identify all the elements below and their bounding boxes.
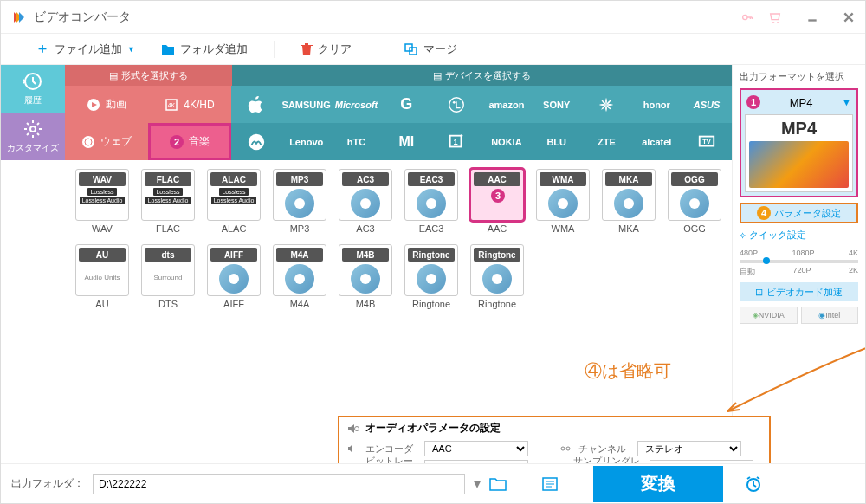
quick-settings-title: ⟡クイック設定 <box>740 229 858 242</box>
param-settings-button[interactable]: 4 パラメータ設定 <box>740 203 858 223</box>
format-eac3[interactable]: EAC3EAC3 <box>401 169 462 234</box>
minimize-icon[interactable] <box>806 11 818 23</box>
encoder-select[interactable]: AAC <box>424 441 528 456</box>
annotation-text: ④は省略可 <box>585 359 671 383</box>
brand-row-1: SAMSUNG Microsoft G amazon SONY honor AS… <box>231 86 732 123</box>
nvidia-chip: ◈NVIDIA <box>740 307 798 324</box>
step-4-badge: 4 <box>757 206 771 220</box>
svg-point-6 <box>82 136 94 148</box>
bitrate-select[interactable]: 256 kbps <box>424 460 528 463</box>
brand-tv[interactable]: TV <box>682 123 732 160</box>
brand-microsoft[interactable]: Microsoft <box>332 86 382 123</box>
format-flac[interactable]: FLACLosslessLossless AudioFLAC <box>138 169 198 234</box>
brand-lg[interactable] <box>431 86 481 123</box>
format-ringtone[interactable]: RingtoneRingtone <box>401 244 462 309</box>
brand-honor[interactable]: honor <box>631 86 682 123</box>
format-dts[interactable]: dtsSurroundDTS <box>138 244 198 309</box>
device-header: ▤デバイスを選択する <box>232 65 732 86</box>
svg-point-18 <box>561 447 565 450</box>
step-1-badge: 1 <box>746 95 760 109</box>
tab-video[interactable]: 動画 <box>65 86 148 123</box>
samplerate-select[interactable]: 44100 Hz <box>650 460 753 463</box>
app-title: ビデオコンバータ <box>34 10 740 25</box>
brand-sony[interactable]: SONY <box>532 86 582 123</box>
titlebar: ビデオコンバータ <box>1 1 865 34</box>
app-logo-icon <box>11 10 27 25</box>
format-m4b[interactable]: M4BM4B <box>335 244 396 309</box>
file-list-icon[interactable] <box>541 475 559 493</box>
merge-button[interactable]: マージ <box>404 42 457 57</box>
svg-point-19 <box>566 447 570 450</box>
sidebar-customize[interactable]: カスタマイズ <box>1 113 65 160</box>
format-alac[interactable]: ALACLosslessLossless AudioALAC <box>204 169 264 234</box>
formats-grid: WAVLosslessLossless AudioWAVFLACLossless… <box>65 160 732 318</box>
convert-button[interactable]: 変換 <box>593 466 723 502</box>
brand-blu[interactable]: BLU <box>532 123 582 160</box>
brand-oneplus[interactable]: 1 <box>431 123 481 160</box>
brand-lenovo[interactable]: Lenovo <box>281 123 332 160</box>
history-icon <box>23 71 43 92</box>
brand-amazon[interactable]: amazon <box>481 86 532 123</box>
svg-text:TV: TV <box>702 137 710 145</box>
quality-slider[interactable] <box>740 260 858 263</box>
add-file-button[interactable]: ＋ファイル追加▼ <box>36 40 135 58</box>
open-folder-icon[interactable] <box>489 475 507 493</box>
format-m4a[interactable]: M4AM4A <box>269 244 330 309</box>
add-folder-button[interactable]: フォルダ追加 <box>161 42 248 57</box>
tab-4k[interactable]: 4K4K/HD <box>148 86 231 123</box>
svg-point-4 <box>30 126 36 132</box>
svg-text:4K: 4K <box>168 102 176 108</box>
format-au[interactable]: AUAudio UnitsAU <box>72 244 132 309</box>
alarm-icon[interactable] <box>744 475 763 494</box>
tab-music[interactable]: 2音楽 <box>148 123 231 160</box>
format-wav[interactable]: WAVLosslessLossless AudioWAV <box>72 169 132 234</box>
edit-icon[interactable] <box>535 462 547 463</box>
brand-moto[interactable] <box>231 123 281 160</box>
format-mp3[interactable]: MP3MP3 <box>269 169 330 234</box>
format-aac[interactable]: AAC3AAC <box>467 169 527 234</box>
gear-icon <box>23 119 43 139</box>
brand-samsung[interactable]: SAMSUNG <box>281 86 332 123</box>
output-dropdown-icon[interactable]: ▾ <box>474 475 481 492</box>
brand-alcatel[interactable]: alcatel <box>631 123 682 160</box>
brand-apple[interactable] <box>231 86 281 123</box>
output-format-selector[interactable]: 1 MP4 ▼ MP4 <box>740 88 858 197</box>
toolbar: ＋ファイル追加▼ フォルダ追加 クリア マージ <box>1 34 865 65</box>
tab-web[interactable]: ウェブ <box>65 123 148 160</box>
brand-mi[interactable]: MI <box>381 123 431 160</box>
step-3-badge: 3 <box>491 189 505 203</box>
samplerate-icon <box>554 462 566 463</box>
speaker-icon <box>346 443 359 455</box>
bitrate-icon <box>346 462 359 463</box>
format-ac3[interactable]: AC3AC3 <box>335 169 396 234</box>
gpu-accel-button[interactable]: ⊡ビデオカード加速 <box>740 282 858 301</box>
svg-point-12 <box>249 133 264 149</box>
step-2-badge: 2 <box>170 135 184 149</box>
channel-select[interactable]: ステレオ <box>637 441 741 456</box>
format-ogg[interactable]: OGGOGG <box>664 169 725 234</box>
brand-row-2: Lenovo hTC MI 1 NOKIA BLU ZTE alcatel TV <box>231 123 732 160</box>
brand-htc[interactable]: hTC <box>332 123 382 160</box>
output-folder-label: 出力フォルダ： <box>11 476 84 491</box>
intel-chip: ◉Intel <box>801 307 859 324</box>
output-format-title: 出力フォーマットを選択 <box>740 70 858 83</box>
sidebar-history[interactable]: 履歴 <box>1 65 65 113</box>
key-icon[interactable] <box>740 10 754 24</box>
cart-icon[interactable] <box>768 10 782 24</box>
output-folder-input[interactable] <box>93 474 465 494</box>
brand-huawei[interactable] <box>582 86 632 123</box>
brand-zte[interactable]: ZTE <box>582 123 632 160</box>
brand-nokia[interactable]: NOKIA <box>481 123 532 160</box>
format-wma[interactable]: WMAWMA <box>533 169 593 234</box>
close-icon[interactable] <box>843 11 855 23</box>
audio-params-panel: オーディオパラメータの設定 エンコーダ AAC チャンネル ステレオ ビットレー… <box>338 416 771 463</box>
svg-point-11 <box>453 100 456 103</box>
speaker-gear-icon <box>346 422 360 436</box>
brand-asus[interactable]: ASUS <box>682 86 732 123</box>
format-ringtone[interactable]: RingtoneRingtone <box>467 244 527 309</box>
format-aiff[interactable]: AIFFAIFF <box>204 244 264 309</box>
clear-button[interactable]: クリア <box>301 42 352 57</box>
channel-icon <box>559 443 572 455</box>
brand-google[interactable]: G <box>381 86 431 123</box>
format-mka[interactable]: MKAMKA <box>598 169 659 234</box>
